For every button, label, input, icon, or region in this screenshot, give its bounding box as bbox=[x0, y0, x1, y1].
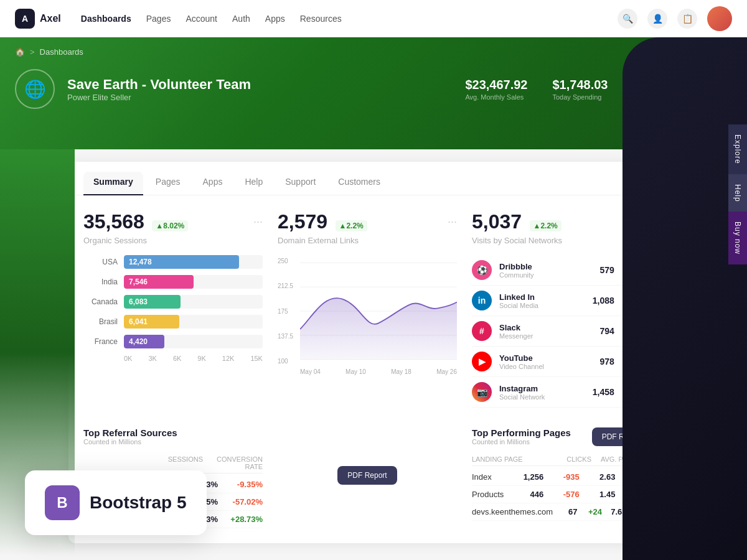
brand-name: Axel bbox=[40, 13, 61, 24]
organic-sessions-panel: 35,568 ▲8.02% ··· Organic Sessions USA 1… bbox=[83, 210, 263, 408]
top-nav: A Axel Dashboards Pages Account Auth App… bbox=[0, 0, 747, 37]
bar-usa-value: 12,478 bbox=[129, 258, 152, 266]
brand[interactable]: A Axel bbox=[15, 9, 61, 29]
bar-brasil: Brasil 6,041 bbox=[83, 315, 263, 329]
hero-subtitle: Power Elite Seller bbox=[67, 93, 251, 102]
bootstrap-text: Bootstrap 5 bbox=[90, 493, 187, 513]
metrics-row: 35,568 ▲8.02% ··· Organic Sessions USA 1… bbox=[83, 210, 651, 408]
brand-icon: A bbox=[15, 9, 35, 29]
dark-overlay bbox=[622, 37, 747, 556]
external-value: 2,579 bbox=[278, 210, 327, 233]
line-chart-svg bbox=[300, 255, 457, 367]
nav-pages[interactable]: Pages bbox=[146, 14, 171, 24]
bar-india-value: 7,546 bbox=[129, 278, 148, 286]
dribbble-icon: ⚽ bbox=[472, 260, 492, 280]
bar-france-fill: 4,420 bbox=[124, 335, 164, 348]
bar-canada-value: 6,083 bbox=[129, 297, 148, 306]
stat-today-spending-value: $1,748.03 bbox=[553, 78, 608, 92]
external-label: Domain External Links bbox=[278, 236, 457, 245]
bar-france-label: France bbox=[83, 337, 118, 346]
nav-auth[interactable]: Auth bbox=[232, 14, 250, 24]
sidebar-buy-now[interactable]: Buy now bbox=[728, 212, 747, 264]
search-button[interactable]: 🔍 bbox=[618, 9, 637, 29]
bar-canada-fill: 6,083 bbox=[124, 295, 181, 309]
right-sidebar: Explore Help Buy now bbox=[728, 124, 747, 264]
instagram-icon: 📷 bbox=[472, 382, 492, 402]
bar-usa-track: 12,478 bbox=[124, 255, 263, 269]
hero-title: Save Earth - Volunteer Team bbox=[67, 77, 251, 93]
pdf-report-panel: PDF Report bbox=[278, 427, 457, 528]
tab-support[interactable]: Support bbox=[275, 172, 326, 195]
social-value: 5,037 bbox=[472, 210, 522, 233]
tab-help[interactable]: Help bbox=[235, 172, 273, 195]
bar-brasil-label: Brasil bbox=[83, 317, 118, 326]
settings-button[interactable]: 📋 bbox=[677, 9, 697, 29]
external-header: 2,579 ▲2.2% ··· bbox=[278, 210, 457, 233]
referral-sub: Counted in Millions bbox=[83, 438, 263, 446]
bar-france-track: 4,420 bbox=[124, 335, 263, 348]
external-links-panel: 2,579 ▲2.2% ··· Domain External Links 25… bbox=[278, 210, 457, 408]
organic-value: 35,568 bbox=[83, 210, 144, 233]
organic-more-btn[interactable]: ··· bbox=[253, 215, 263, 228]
bar-canada-label: Canada bbox=[83, 297, 118, 306]
stat-monthly-sales-label: Avg. Monthly Sales bbox=[465, 93, 527, 101]
bar-india-track: 7,546 bbox=[124, 275, 263, 289]
tab-customers[interactable]: Customers bbox=[328, 172, 390, 195]
y-axis: 250 212.5 175 137.5 100 bbox=[278, 255, 293, 367]
x-axis: May 04 May 10 May 18 May 26 bbox=[300, 368, 457, 375]
stat-today-spending: $1,748.03 Today Spending bbox=[553, 78, 608, 101]
external-badge: ▲2.2% bbox=[336, 220, 367, 231]
stat-monthly-sales-value: $23,467.92 bbox=[465, 78, 527, 92]
nav-account[interactable]: Account bbox=[186, 14, 217, 24]
social-badge: ▲2.2% bbox=[530, 220, 561, 231]
nav-apps[interactable]: Apps bbox=[265, 14, 285, 24]
nav-resources[interactable]: Resources bbox=[300, 14, 342, 24]
youtube-info: YouTube Video Channel bbox=[499, 353, 592, 370]
bar-chart: USA 12,478 India 7,546 bbox=[83, 255, 263, 362]
notifications-button[interactable]: 👤 bbox=[647, 9, 667, 29]
slack-icon: # bbox=[472, 321, 492, 341]
bar-france-value: 4,420 bbox=[129, 337, 148, 346]
youtube-icon: ▶ bbox=[472, 352, 492, 371]
dribbble-info: Dribbble Community bbox=[499, 262, 592, 279]
linkedin-info: Linked In Social Media bbox=[499, 292, 585, 309]
user-avatar[interactable] bbox=[707, 6, 732, 31]
organic-badge: ▲8.02% bbox=[152, 220, 188, 231]
bar-brasil-value: 6,041 bbox=[129, 317, 148, 326]
nav-links: Dashboards Pages Account Auth Apps Resou… bbox=[81, 14, 342, 24]
organic-header: 35,568 ▲8.02% ··· bbox=[83, 210, 263, 233]
organic-label: Organic Sessions bbox=[83, 236, 263, 245]
bar-brasil-track: 6,041 bbox=[124, 315, 263, 329]
sidebar-help[interactable]: Help bbox=[728, 174, 747, 212]
breadcrumb-current: Dashboards bbox=[40, 47, 83, 57]
nav-right: 🔍 👤 📋 bbox=[618, 6, 732, 31]
bar-canada-track: 6,083 bbox=[124, 295, 263, 309]
bootstrap-icon: B bbox=[45, 485, 80, 520]
bar-canada: Canada 6,083 bbox=[83, 295, 263, 309]
tab-bar: Summary Pages Apps Help Support Customer… bbox=[68, 162, 666, 195]
tab-apps[interactable]: Apps bbox=[193, 172, 233, 195]
slack-info: Slack Messenger bbox=[499, 323, 592, 340]
stat-today-spending-label: Today Spending bbox=[553, 93, 608, 101]
social-value-row: 5,037 ▲2.2% bbox=[472, 210, 561, 233]
nav-dashboards[interactable]: Dashboards bbox=[81, 14, 131, 24]
external-more-btn[interactable]: ··· bbox=[448, 215, 457, 228]
stat-monthly-sales: $23,467.92 Avg. Monthly Sales bbox=[465, 78, 527, 101]
bar-usa-label: USA bbox=[83, 258, 118, 266]
bootstrap-overlay: B Bootstrap 5 bbox=[25, 470, 207, 535]
sidebar-explore[interactable]: Explore bbox=[728, 124, 747, 174]
bar-usa: USA 12,478 bbox=[83, 255, 263, 269]
line-chart-wrapper: 250 212.5 175 137.5 100 bbox=[278, 255, 457, 375]
instagram-info: Instagram Social Network bbox=[499, 384, 585, 401]
organic-value-row: 35,568 ▲8.02% bbox=[83, 210, 188, 233]
bar-axis: 0K 3K 6K 9K 12K 15K bbox=[83, 355, 263, 362]
linkedin-icon: in bbox=[472, 291, 492, 310]
hero-logo: 🌐 bbox=[15, 69, 55, 109]
external-value-row: 2,579 ▲2.2% bbox=[278, 210, 367, 233]
tab-summary[interactable]: Summary bbox=[83, 172, 143, 195]
pdf-report-button[interactable]: PDF Report bbox=[337, 466, 397, 485]
bar-india: India 7,546 bbox=[83, 275, 263, 289]
home-icon[interactable]: 🏠 bbox=[15, 47, 25, 57]
tab-pages[interactable]: Pages bbox=[146, 172, 190, 195]
bar-france: France 4,420 bbox=[83, 335, 263, 348]
